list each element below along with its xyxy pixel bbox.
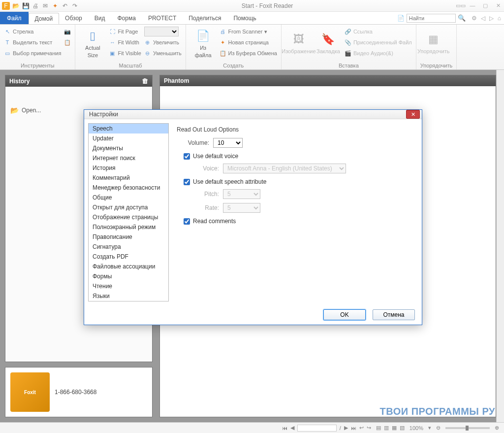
new-icon[interactable]: ✦: [51, 2, 59, 10]
nav-back-icon[interactable]: ↩: [359, 425, 364, 431]
ribbon-toggle-icon[interactable]: ▭▭: [456, 2, 464, 9]
insert-video-button[interactable]: 🎬Видео Аудио(&): [345, 48, 412, 58]
redo-icon[interactable]: ↷: [71, 2, 79, 10]
snapshot-tool[interactable]: 📷: [64, 27, 71, 36]
from-scanner-button[interactable]: 🖨From Scanner ▾: [220, 27, 277, 36]
category-item[interactable]: Языки: [89, 291, 168, 301]
zoom-menu-icon[interactable]: ▾: [428, 425, 431, 431]
next-page-icon[interactable]: ▶: [344, 425, 348, 431]
category-item[interactable]: Сигнатура: [89, 242, 168, 252]
from-file-button[interactable]: 📄 Изфайла: [190, 27, 217, 62]
tab-protect[interactable]: PROTECT: [142, 12, 183, 24]
zoom-in-button[interactable]: ⊕Увеличить: [144, 37, 182, 47]
close-icon[interactable]: ✕: [494, 2, 502, 9]
home-icon[interactable]: ⌂: [498, 15, 501, 22]
fit-page-button[interactable]: ⛶Fit Page: [109, 27, 141, 36]
tool-select-text[interactable]: ᎢВыделить текст: [4, 37, 61, 47]
first-page-icon[interactable]: ⏮: [282, 425, 287, 431]
search-target-icon[interactable]: 📄: [397, 15, 405, 22]
tab-home[interactable]: Домой: [29, 13, 60, 24]
bookmark-icon: 🔖: [321, 33, 335, 47]
category-item[interactable]: Файловые ассоциации: [89, 262, 168, 271]
view-mode-icon[interactable]: ▦: [392, 425, 397, 431]
dialog-close-button[interactable]: ✕: [406, 110, 420, 119]
category-item[interactable]: Комментарий: [89, 173, 168, 183]
trash-icon[interactable]: 🗑: [142, 77, 148, 85]
minimize-icon[interactable]: —: [469, 2, 476, 9]
quick-access-toolbar: F 📂 💾 🖨 ✉ ✦ ↶ ↷: [2, 2, 79, 10]
zoom-slider[interactable]: [445, 427, 490, 429]
undo-icon[interactable]: ↶: [61, 2, 69, 10]
clipboard-tool[interactable]: 📋: [64, 37, 71, 47]
nav-back-icon[interactable]: ◁: [481, 15, 485, 22]
search-input[interactable]: [407, 14, 456, 23]
category-list[interactable]: Speech Updater Документы Интернет поиск …: [88, 123, 169, 301]
zoom-select[interactable]: [144, 27, 179, 36]
fit-width-button[interactable]: ↔Fit Width: [109, 37, 141, 47]
default-attr-label: Use default speech attribute: [193, 178, 266, 185]
zoom-out-button[interactable]: ⊖Уменьшить: [144, 48, 182, 58]
search-icon[interactable]: 🔍: [458, 14, 466, 22]
fit-visible-icon: ▣: [109, 50, 116, 57]
default-attr-checkbox[interactable]: [184, 179, 190, 185]
blank-page-button[interactable]: ✦Новая страница: [220, 37, 277, 47]
file-menu[interactable]: Файл: [0, 12, 29, 24]
insert-bookmark-button[interactable]: 🔖 Закладка: [315, 27, 342, 62]
view-mode-icon[interactable]: ▧: [400, 425, 405, 431]
pitch-select: 5: [223, 189, 260, 199]
fit-visible-button[interactable]: ▣Fit Visible: [109, 48, 141, 58]
maximize-icon[interactable]: ▢: [481, 2, 489, 9]
volume-label: Volume:: [184, 139, 209, 146]
watermark: ТВОИ ПРОГРАММЫ РУ: [380, 406, 496, 417]
insert-attachment-button[interactable]: 📎Присоединенный Файл: [345, 37, 412, 47]
default-voice-checkbox[interactable]: [184, 153, 190, 160]
tab-form[interactable]: Форма: [111, 12, 142, 24]
email-icon[interactable]: ✉: [41, 2, 49, 10]
actual-size-button[interactable]: ▯ ActualSize: [79, 27, 106, 62]
read-comments-checkbox[interactable]: [184, 218, 190, 225]
category-item[interactable]: Менеджер безопасности: [89, 183, 168, 193]
tab-share[interactable]: Поделиться: [183, 12, 227, 24]
nav-fwd-icon[interactable]: ↪: [367, 425, 371, 431]
nav-fwd-icon[interactable]: ▷: [489, 15, 494, 22]
zoom-in-icon[interactable]: ⊕: [495, 425, 499, 431]
category-item[interactable]: История: [89, 163, 168, 173]
ok-button[interactable]: OK: [323, 309, 366, 320]
tool-select-annotation[interactable]: ▭Выбор примечания: [4, 48, 61, 58]
ribbon-group-tools: ↖Стрелка ᎢВыделить текст ▭Выбор примечан…: [0, 25, 75, 69]
insert-link-button[interactable]: 🔗Ссылка: [345, 27, 412, 36]
page-number-input[interactable]: [297, 425, 337, 432]
category-item[interactable]: Чтение: [89, 281, 168, 291]
last-page-icon[interactable]: ⏭: [351, 425, 356, 431]
view-mode-icon[interactable]: ▥: [384, 425, 389, 431]
insert-image-button[interactable]: 🖼 Изображение: [285, 27, 312, 62]
category-item[interactable]: Формы: [89, 271, 168, 281]
print-icon[interactable]: 🖨: [32, 2, 39, 10]
category-item[interactable]: Общие: [89, 193, 168, 202]
category-item[interactable]: Полноэкранный режим: [89, 222, 168, 232]
category-item[interactable]: Правописание: [89, 232, 168, 242]
prev-page-icon[interactable]: ◀: [290, 425, 294, 431]
gear-icon[interactable]: ⚙: [472, 15, 477, 22]
category-item[interactable]: Speech: [89, 124, 168, 133]
zoom-out-icon[interactable]: ⊖: [436, 425, 441, 431]
volume-select[interactable]: 10: [213, 138, 243, 148]
tab-view[interactable]: Вид: [89, 12, 112, 24]
cancel-button[interactable]: Отмена: [373, 309, 415, 320]
from-clipboard-button[interactable]: 📋Из Буфера Обмена: [220, 48, 277, 58]
category-item[interactable]: Документы: [89, 143, 168, 153]
ribbon-group-create: 📄 Изфайла 🖨From Scanner ▾ ✦Новая страниц…: [186, 25, 282, 69]
view-mode-icon[interactable]: ▤: [376, 425, 381, 431]
category-item[interactable]: Открыт для доступа: [89, 202, 168, 212]
tab-help[interactable]: Помощь: [227, 12, 262, 24]
arrange-button[interactable]: ▦ Упорядочить: [420, 27, 447, 62]
tool-arrow[interactable]: ↖Стрелка: [4, 27, 61, 36]
category-item[interactable]: Отображение страницы: [89, 212, 168, 222]
tab-review[interactable]: Обзор: [59, 12, 89, 24]
category-item[interactable]: Создать PDF: [89, 252, 168, 262]
save-icon[interactable]: 💾: [22, 2, 30, 10]
category-item[interactable]: Updater: [89, 133, 168, 143]
open-icon[interactable]: 📂: [12, 2, 20, 10]
category-item[interactable]: Интернет поиск: [89, 153, 168, 163]
vertical-scrollbar[interactable]: [496, 70, 504, 422]
